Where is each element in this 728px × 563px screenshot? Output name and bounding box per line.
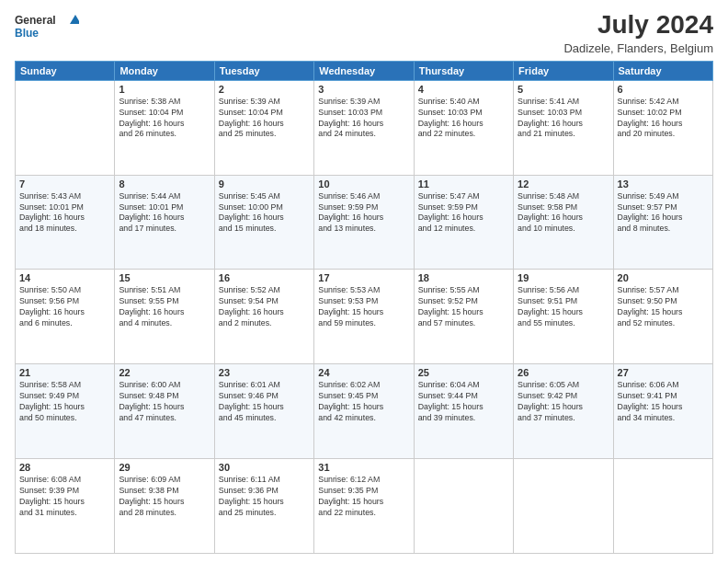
cell-day-number: 15	[119, 272, 210, 283]
cell-day-number: 3	[318, 84, 409, 95]
calendar-week-5: 28Sunrise: 6:08 AMSunset: 9:39 PMDayligh…	[16, 459, 713, 554]
calendar-cell: 3Sunrise: 5:39 AMSunset: 10:03 PMDayligh…	[314, 80, 414, 175]
col-thursday: Thursday	[414, 61, 513, 80]
col-monday: Monday	[115, 61, 214, 80]
cell-day-number: 27	[618, 367, 709, 378]
cell-day-number: 6	[618, 84, 709, 95]
calendar-cell: 24Sunrise: 6:02 AMSunset: 9:45 PMDayligh…	[314, 364, 414, 459]
cell-day-number: 18	[418, 272, 509, 283]
calendar-cell: 27Sunrise: 6:06 AMSunset: 9:41 PMDayligh…	[613, 364, 712, 459]
cell-day-info: Sunrise: 5:46 AMSunset: 9:59 PMDaylight:…	[318, 191, 409, 236]
calendar-cell: 7Sunrise: 5:43 AMSunset: 10:01 PMDayligh…	[16, 175, 115, 270]
calendar-cell: 11Sunrise: 5:47 AMSunset: 9:59 PMDayligh…	[414, 175, 513, 270]
page: General Blue July 2024 Dadizele, Flander…	[0, 0, 728, 563]
calendar-title: July 2024	[563, 11, 713, 40]
cell-day-number: 12	[518, 178, 609, 190]
calendar-cell: 26Sunrise: 6:05 AMSunset: 9:42 PMDayligh…	[514, 364, 613, 459]
calendar-cell: 19Sunrise: 5:56 AMSunset: 9:51 PMDayligh…	[514, 270, 613, 364]
cell-day-info: Sunrise: 6:09 AMSunset: 9:38 PMDaylight:…	[119, 475, 210, 519]
svg-marker-2	[70, 15, 79, 24]
cell-day-number: 25	[418, 367, 509, 378]
cell-day-number: 31	[318, 462, 409, 473]
calendar-cell: 17Sunrise: 5:53 AMSunset: 9:53 PMDayligh…	[314, 270, 414, 364]
cell-day-number: 7	[19, 178, 110, 190]
calendar-cell	[514, 459, 613, 554]
cell-day-number: 20	[618, 272, 709, 283]
col-saturday: Saturday	[613, 61, 712, 80]
calendar-cell: 15Sunrise: 5:51 AMSunset: 9:55 PMDayligh…	[115, 270, 214, 364]
calendar-cell: 18Sunrise: 5:55 AMSunset: 9:52 PMDayligh…	[414, 270, 513, 364]
calendar-cell: 13Sunrise: 5:49 AMSunset: 9:57 PMDayligh…	[613, 175, 712, 270]
cell-day-info: Sunrise: 5:41 AMSunset: 10:03 PMDaylight…	[518, 97, 609, 141]
cell-day-info: Sunrise: 6:08 AMSunset: 9:39 PMDaylight:…	[19, 475, 110, 519]
cell-day-number: 26	[518, 367, 609, 378]
calendar-cell: 22Sunrise: 6:00 AMSunset: 9:48 PMDayligh…	[115, 364, 214, 459]
cell-day-number: 14	[19, 272, 110, 283]
cell-day-number: 23	[219, 367, 310, 378]
calendar-cell: 23Sunrise: 6:01 AMSunset: 9:46 PMDayligh…	[214, 364, 313, 459]
calendar-cell: 12Sunrise: 5:48 AMSunset: 9:58 PMDayligh…	[514, 175, 613, 270]
calendar-cell	[16, 80, 115, 175]
cell-day-info: Sunrise: 5:55 AMSunset: 9:52 PMDaylight:…	[418, 285, 509, 329]
cell-day-info: Sunrise: 5:58 AMSunset: 9:49 PMDaylight:…	[19, 380, 110, 424]
cell-day-number: 29	[119, 462, 210, 473]
cell-day-info: Sunrise: 5:51 AMSunset: 9:55 PMDaylight:…	[119, 285, 210, 329]
calendar-table: Sunday Monday Tuesday Wednesday Thursday…	[15, 61, 713, 554]
calendar-cell: 16Sunrise: 5:52 AMSunset: 9:54 PMDayligh…	[214, 270, 313, 364]
cell-day-info: Sunrise: 5:42 AMSunset: 10:02 PMDaylight…	[618, 97, 709, 141]
calendar-cell: 2Sunrise: 5:39 AMSunset: 10:04 PMDayligh…	[214, 80, 313, 175]
calendar-week-1: 1Sunrise: 5:38 AMSunset: 10:04 PMDayligh…	[16, 80, 713, 175]
calendar-subtitle: Dadizele, Flanders, Belgium	[563, 41, 713, 55]
cell-day-info: Sunrise: 6:12 AMSunset: 9:35 PMDaylight:…	[318, 475, 409, 519]
cell-day-number: 22	[119, 367, 210, 378]
calendar-body: 1Sunrise: 5:38 AMSunset: 10:04 PMDayligh…	[16, 80, 713, 553]
calendar-cell: 5Sunrise: 5:41 AMSunset: 10:03 PMDayligh…	[514, 80, 613, 175]
calendar-cell: 6Sunrise: 5:42 AMSunset: 10:02 PMDayligh…	[613, 80, 712, 175]
calendar-cell: 9Sunrise: 5:45 AMSunset: 10:00 PMDayligh…	[214, 175, 313, 270]
cell-day-info: Sunrise: 6:11 AMSunset: 9:36 PMDaylight:…	[219, 475, 310, 519]
calendar-cell: 25Sunrise: 6:04 AMSunset: 9:44 PMDayligh…	[414, 364, 513, 459]
cell-day-info: Sunrise: 6:04 AMSunset: 9:44 PMDaylight:…	[418, 380, 509, 424]
svg-text:General: General	[15, 14, 56, 27]
cell-day-info: Sunrise: 5:56 AMSunset: 9:51 PMDaylight:…	[518, 285, 609, 329]
cell-day-number: 10	[318, 178, 409, 190]
calendar-week-2: 7Sunrise: 5:43 AMSunset: 10:01 PMDayligh…	[16, 175, 713, 270]
title-block: July 2024 Dadizele, Flanders, Belgium	[563, 11, 713, 55]
cell-day-number: 2	[219, 84, 310, 95]
cell-day-number: 30	[219, 462, 310, 473]
calendar-cell: 10Sunrise: 5:46 AMSunset: 9:59 PMDayligh…	[314, 175, 414, 270]
calendar-cell: 28Sunrise: 6:08 AMSunset: 9:39 PMDayligh…	[16, 459, 115, 554]
calendar-cell	[414, 459, 513, 554]
cell-day-info: Sunrise: 5:43 AMSunset: 10:01 PMDaylight…	[19, 191, 110, 236]
header: General Blue July 2024 Dadizele, Flander…	[15, 11, 713, 55]
cell-day-info: Sunrise: 5:38 AMSunset: 10:04 PMDaylight…	[119, 97, 210, 141]
calendar-cell: 4Sunrise: 5:40 AMSunset: 10:03 PMDayligh…	[414, 80, 513, 175]
cell-day-info: Sunrise: 5:53 AMSunset: 9:53 PMDaylight:…	[318, 285, 409, 329]
cell-day-number: 19	[518, 272, 609, 283]
calendar-cell: 1Sunrise: 5:38 AMSunset: 10:04 PMDayligh…	[115, 80, 214, 175]
cell-day-number: 5	[518, 84, 609, 95]
cell-day-number: 11	[418, 178, 509, 190]
col-wednesday: Wednesday	[314, 61, 414, 80]
calendar-cell: 31Sunrise: 6:12 AMSunset: 9:35 PMDayligh…	[314, 459, 414, 554]
cell-day-info: Sunrise: 5:50 AMSunset: 9:56 PMDaylight:…	[19, 285, 110, 329]
cell-day-info: Sunrise: 5:45 AMSunset: 10:00 PMDaylight…	[219, 191, 310, 236]
header-row: Sunday Monday Tuesday Wednesday Thursday…	[16, 61, 713, 80]
calendar-cell: 21Sunrise: 5:58 AMSunset: 9:49 PMDayligh…	[16, 364, 115, 459]
cell-day-info: Sunrise: 6:00 AMSunset: 9:48 PMDaylight:…	[119, 380, 210, 424]
cell-day-info: Sunrise: 6:05 AMSunset: 9:42 PMDaylight:…	[518, 380, 609, 424]
calendar-cell: 8Sunrise: 5:44 AMSunset: 10:01 PMDayligh…	[115, 175, 214, 270]
calendar-cell: 14Sunrise: 5:50 AMSunset: 9:56 PMDayligh…	[16, 270, 115, 364]
cell-day-number: 4	[418, 84, 509, 95]
cell-day-info: Sunrise: 5:57 AMSunset: 9:50 PMDaylight:…	[618, 285, 709, 329]
cell-day-info: Sunrise: 5:39 AMSunset: 10:03 PMDaylight…	[318, 97, 409, 141]
cell-day-number: 21	[19, 367, 110, 378]
calendar-cell	[613, 459, 712, 554]
cell-day-number: 1	[119, 84, 210, 95]
logo-svg: General Blue	[15, 11, 79, 40]
col-friday: Friday	[514, 61, 613, 80]
cell-day-number: 13	[618, 178, 709, 190]
calendar-week-3: 14Sunrise: 5:50 AMSunset: 9:56 PMDayligh…	[16, 270, 713, 364]
cell-day-number: 28	[19, 462, 110, 473]
col-sunday: Sunday	[16, 61, 115, 80]
